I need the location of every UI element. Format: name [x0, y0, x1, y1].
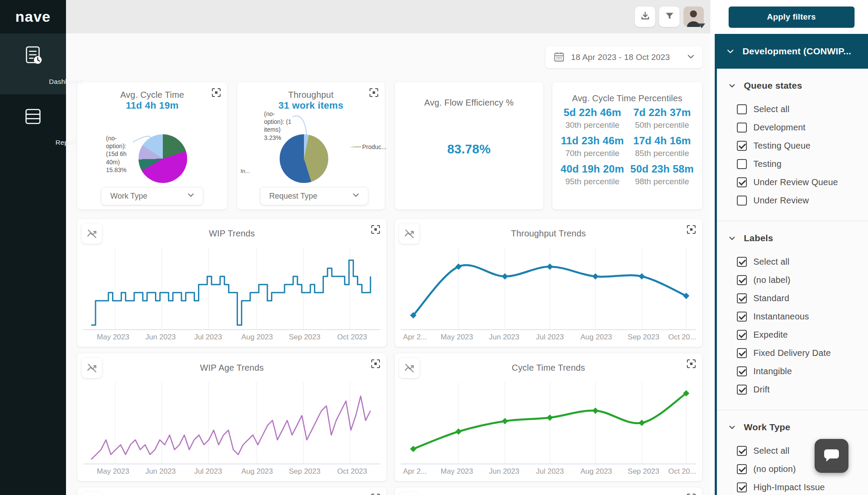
expand-icon[interactable] [686, 493, 697, 495]
expand-icon[interactable] [686, 359, 697, 370]
checkbox[interactable] [737, 293, 747, 303]
chat-button[interactable] [815, 439, 848, 473]
checkbox[interactable] [737, 177, 747, 187]
checkbox[interactable] [737, 464, 747, 474]
avg-cycle-time-value: 11d 4h 19m [77, 100, 227, 111]
work-type-dropdown[interactable]: Work Type [101, 187, 203, 205]
request-type-dropdown[interactable]: Request Type [260, 187, 368, 205]
board-selector[interactable]: Development (CONWIP... [715, 34, 868, 69]
checkbox[interactable] [737, 330, 747, 340]
filter-option-label: High-Impact Issue [753, 482, 825, 492]
filter-option-label: Select all [753, 104, 789, 114]
chart-type-toggle-button[interactable] [399, 492, 419, 495]
wip-age-trends-plot[interactable] [83, 382, 380, 465]
card-title: Avg. Flow Efficiency % [395, 98, 543, 108]
filter-section-heading[interactable]: Queue states [717, 79, 868, 92]
checkbox[interactable] [737, 257, 747, 267]
percentile-value: 40d 19h 20m [558, 163, 627, 175]
expand-icon[interactable] [211, 87, 222, 99]
percentile-cell: 7d 22h 37m 50th percentile [628, 106, 696, 130]
filter-section-title: Work Type [744, 422, 790, 432]
percentiles-card: Avg. Cycle Time Percentiles 5d 22h 46m 3… [552, 82, 702, 209]
checkbox[interactable] [737, 104, 747, 114]
expand-icon[interactable] [368, 87, 380, 99]
x-axis-label: Oct 2023 [337, 333, 367, 342]
sidebar-item-dashboard[interactable]: Dashboard [0, 33, 66, 94]
checkbox[interactable] [737, 159, 747, 169]
chevron-down-icon [728, 82, 736, 90]
x-axis-label: May 2023 [97, 333, 129, 342]
request-type-pie-chart[interactable] [280, 134, 328, 183]
checkbox[interactable] [737, 196, 747, 206]
expand-icon[interactable] [370, 359, 381, 370]
work-type-pie-chart[interactable] [139, 134, 187, 183]
sidebar-item-report[interactable]: Report [0, 94, 66, 155]
apply-filters-button[interactable]: Apply filters [729, 7, 855, 28]
checkbox[interactable] [737, 312, 747, 322]
filter-option-label: Drift [753, 385, 770, 395]
chevron-down-icon [726, 47, 735, 56]
filter-section-heading[interactable]: Work Type [717, 421, 868, 434]
filter-option[interactable]: Instantaneous [717, 307, 868, 326]
percentile-label: 98th percentile [628, 177, 696, 186]
checkbox[interactable] [737, 141, 747, 151]
cycle-time-trends-plot[interactable] [401, 382, 696, 465]
filter-option-label: Expedite [753, 330, 788, 340]
filter-option[interactable]: High-Impact Issue [717, 478, 868, 495]
x-axis-label: Jul 2023 [194, 467, 222, 476]
expand-icon[interactable] [370, 493, 381, 495]
filter-option[interactable]: (no label) [717, 271, 868, 289]
x-axis-label: Jun 2023 [489, 467, 519, 476]
x-axis-label: Jun 2023 [145, 333, 176, 342]
filter-option[interactable]: Testing Queue [717, 136, 868, 155]
expand-icon[interactable] [686, 224, 697, 236]
avatar[interactable] [683, 7, 704, 27]
x-axis-label: Jun 2023 [489, 333, 519, 342]
top-bar [66, 0, 710, 33]
filter-option[interactable]: Under Review Queue [717, 173, 868, 191]
avg-cycle-time-card: Avg. Cycle Time 11d 4h 19m (no- option):… [77, 82, 227, 209]
filters-panel: Apply filters Development (CONWIP... Que… [715, 0, 868, 495]
percentile-cell: 5d 22h 46m 30th percentile [558, 106, 627, 130]
throughput-trends-plot[interactable] [401, 248, 696, 330]
filter-option[interactable]: Standard [717, 289, 868, 307]
filter-section-heading[interactable]: Labels [717, 232, 868, 245]
filter-option[interactable]: Testing [717, 155, 868, 173]
filter-option-label: Testing Queue [753, 141, 811, 151]
x-axis-label: Aug 2023 [581, 333, 612, 342]
x-axis-label: Aug 2023 [581, 467, 612, 476]
filter-option[interactable]: Fixed Delivery Date [717, 344, 868, 362]
checkbox[interactable] [737, 275, 747, 285]
download-button[interactable] [635, 7, 655, 27]
chart-type-toggle-button[interactable] [82, 492, 102, 495]
x-axis-label: May 2023 [97, 467, 129, 476]
filter-option[interactable]: Under Review [717, 191, 868, 209]
filter-option[interactable]: Expedite [717, 326, 868, 344]
filter-option[interactable]: Select all [717, 252, 868, 271]
percentile-value: 11d 23h 46m [558, 135, 627, 147]
chat-bubble-icon [823, 448, 840, 464]
checkbox[interactable] [737, 446, 747, 456]
filter-option[interactable]: Select all [717, 100, 868, 118]
expand-icon[interactable] [370, 224, 381, 236]
percentile-cell: 17d 4h 16m 85th percentile [628, 135, 696, 158]
filter-option[interactable]: Development [717, 118, 868, 136]
throughput-value: 31 work items [237, 100, 385, 111]
checkbox[interactable] [737, 123, 747, 133]
checkbox[interactable] [737, 482, 747, 492]
flow-efficiency-value: 83.78% [395, 142, 543, 156]
filter-button[interactable] [659, 7, 680, 27]
chevron-down-icon [187, 191, 195, 201]
date-range-picker[interactable]: 18 Apr 2023 - 18 Oct 2023 [545, 47, 702, 68]
checkbox[interactable] [737, 348, 747, 358]
filter-option-label: (no label) [753, 275, 790, 285]
checkbox[interactable] [737, 385, 747, 395]
wip-trends-plot[interactable] [83, 248, 380, 330]
percentile-label: 50th percentile [628, 120, 696, 130]
pie-callout: (no- option): (15d 6h 40m) 15.83% [106, 134, 136, 174]
checkbox[interactable] [737, 366, 747, 376]
filter-option[interactable]: Drift [717, 380, 868, 399]
filter-option-label: Fixed Delivery Date [753, 348, 831, 358]
filter-option[interactable]: Intangible [717, 362, 868, 380]
percentile-cell: 50d 23h 58m 98th percentile [628, 163, 696, 186]
